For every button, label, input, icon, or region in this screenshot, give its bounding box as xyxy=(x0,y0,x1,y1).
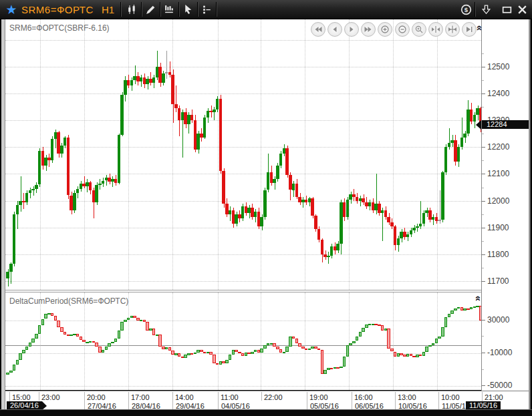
candle xyxy=(463,134,467,138)
volume-profile-icon[interactable] xyxy=(160,1,178,17)
trading-terminal-window: ★ SRM6=ФОРТС H1 $ SRM6=ФОРТС(SBRF-6.16) … xyxy=(0,0,532,416)
draw-pencil-icon[interactable] xyxy=(142,1,159,17)
delta-bar xyxy=(9,371,13,373)
price-axis-label: 12100 xyxy=(487,169,509,178)
time-label: 19:00 xyxy=(309,393,328,401)
delta-bar xyxy=(184,355,187,358)
candle xyxy=(60,146,63,154)
delta-bar xyxy=(22,350,25,353)
time-axis[interactable]: 15:0026/04/1623:0020:0027/04/1617:0028/0… xyxy=(5,391,529,410)
candle xyxy=(440,190,440,224)
title-bar[interactable]: ★ SRM6=ФОРТС H1 $ xyxy=(0,0,532,19)
candle xyxy=(406,234,410,237)
delta-bar xyxy=(365,325,368,328)
cursor-icon[interactable] xyxy=(179,1,196,17)
delta-bar xyxy=(35,334,38,339)
indicator-axis-label: -10000 xyxy=(487,348,512,357)
delta-bar xyxy=(435,339,438,343)
price-axis-label: 12200 xyxy=(487,142,509,152)
candle xyxy=(25,193,29,202)
delta-bar xyxy=(16,360,19,365)
zoom-region-button[interactable] xyxy=(412,22,426,37)
delta-bar xyxy=(120,322,124,330)
delta-bar xyxy=(295,339,299,343)
delta-bar xyxy=(102,350,105,353)
delta-bar xyxy=(95,343,98,347)
time-label: 17:00 xyxy=(131,393,150,401)
chart-type-icon[interactable] xyxy=(123,1,140,17)
time-label: 23:00 xyxy=(41,393,60,401)
delta-bar xyxy=(225,360,229,363)
time-label: 11:00 xyxy=(221,393,239,401)
delta-bar xyxy=(349,343,352,345)
candle xyxy=(433,214,434,225)
candle xyxy=(327,256,330,257)
scroll-left-button[interactable] xyxy=(327,22,342,37)
delta-bar xyxy=(108,343,111,347)
delta-bar xyxy=(425,347,428,351)
delta-bar xyxy=(44,314,47,319)
delta-bar xyxy=(41,319,45,326)
candle xyxy=(360,196,361,206)
delta-bar xyxy=(308,349,311,351)
delta-bar xyxy=(38,325,41,333)
delta-bar xyxy=(114,339,118,342)
candle xyxy=(152,77,156,83)
timeframe-label[interactable]: H1 xyxy=(102,0,114,19)
last-price-badge: 12284 xyxy=(482,120,529,129)
candle xyxy=(171,75,174,104)
delta-bar xyxy=(432,343,435,345)
candle xyxy=(102,181,105,184)
candle xyxy=(387,217,390,222)
symbol-title: SRM6=ФОРТС xyxy=(21,0,94,19)
goto-latest-button[interactable] xyxy=(462,22,477,37)
candle xyxy=(384,210,388,217)
candle xyxy=(98,184,102,185)
indicator-zero-line xyxy=(5,345,481,346)
collapse-chart-button[interactable]: « xyxy=(475,25,485,31)
scroll-start-button[interactable] xyxy=(311,22,325,37)
candle xyxy=(213,110,216,112)
zoom-out-button[interactable] xyxy=(395,22,410,37)
delta-bar xyxy=(263,345,267,349)
candle xyxy=(422,213,426,224)
candle xyxy=(67,138,70,195)
candle xyxy=(317,229,321,240)
delta-bar xyxy=(25,347,29,350)
time-label: 10:00 xyxy=(441,393,460,401)
candle xyxy=(13,214,16,264)
levels-icon[interactable] xyxy=(198,1,215,17)
candle xyxy=(279,154,283,166)
price-axis-label: 12400 xyxy=(487,89,509,98)
candle xyxy=(346,200,350,217)
time-label: 16:00 xyxy=(354,393,373,401)
price-axis[interactable]: 1250012400123001220012100120001190011800… xyxy=(481,19,529,391)
download-arrow-icon[interactable] xyxy=(477,1,495,17)
delta-bar xyxy=(251,352,254,355)
candle xyxy=(441,172,444,219)
favorite-star-icon[interactable]: ★ xyxy=(3,0,20,19)
candle xyxy=(135,65,136,84)
candle xyxy=(311,198,314,216)
dollar-icon[interactable]: $ xyxy=(457,1,475,17)
indicator-axis-label: -50000 xyxy=(487,381,512,390)
time-label: 14:00 xyxy=(175,393,194,401)
candle xyxy=(276,166,279,179)
collapse-indicator-button[interactable]: « xyxy=(474,296,483,301)
delta-bar xyxy=(441,327,444,337)
compress-vertical-button[interactable] xyxy=(445,22,460,37)
compress-horizontal-button[interactable] xyxy=(428,22,443,37)
price-chart-plot[interactable]: SRM6=ФОРТС(SBRF-6.16) xyxy=(5,19,481,290)
candle xyxy=(444,147,448,172)
indicator-axis-label: 30000 xyxy=(487,315,509,325)
delta-bar xyxy=(124,320,127,323)
delta-bar xyxy=(213,355,216,363)
delta-bar xyxy=(352,341,356,344)
indicator-plot[interactable]: DeltaCumPeriod(SRM6=ФОРТС) xyxy=(5,292,481,390)
close-window-icon[interactable] xyxy=(513,1,531,17)
candle xyxy=(397,238,400,245)
candle xyxy=(417,224,418,232)
delta-bar xyxy=(356,337,359,341)
delta-bar xyxy=(29,343,32,347)
candle xyxy=(275,176,275,190)
